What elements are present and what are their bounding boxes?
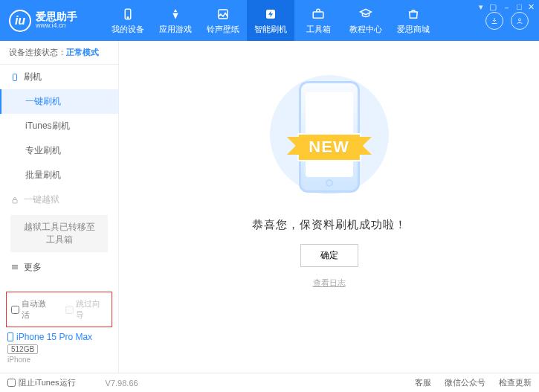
- sidebar-label: 一键越狱: [24, 193, 59, 206]
- phone-mini-icon: [7, 332, 13, 341]
- version-label: V7.98.66: [106, 379, 138, 388]
- logo[interactable]: iu 爱思助手 www.i4.cn: [0, 10, 104, 32]
- nav-label: 铃声壁纸: [207, 24, 239, 35]
- toolbox-icon: [311, 7, 326, 22]
- device-type: iPhone: [7, 356, 111, 364]
- nav-label: 智能刷机: [254, 24, 287, 35]
- skin-icon[interactable]: ▢: [489, 2, 497, 13]
- storage-badge: 512GB: [7, 344, 38, 354]
- nav-label: 工具箱: [306, 24, 331, 35]
- footer-wechat[interactable]: 微信公众号: [445, 377, 485, 388]
- lock-icon: [10, 196, 19, 205]
- block-itunes-checkbox[interactable]: 阻止iTunes运行: [7, 377, 76, 388]
- view-log-link[interactable]: 查看日志: [313, 277, 346, 289]
- nav-label: 应用游戏: [159, 24, 192, 35]
- nav-apps[interactable]: 应用游戏: [152, 0, 199, 41]
- nav-label: 爱思商城: [397, 24, 430, 35]
- shop-icon: [406, 7, 421, 22]
- nav-flash[interactable]: 智能刷机: [247, 0, 294, 41]
- sidebar-section-jailbreak: 一键越狱: [0, 187, 118, 212]
- sidebar-section-more[interactable]: 更多: [0, 255, 118, 280]
- success-illustration: NEW: [270, 68, 389, 202]
- svg-rect-4: [313, 12, 323, 18]
- skip-guide-checkbox[interactable]: 跳过向导: [65, 298, 108, 321]
- flash-icon: [263, 7, 278, 22]
- sidebar-label: 更多: [24, 261, 42, 274]
- ok-button[interactable]: 确定: [300, 244, 358, 267]
- maximize-icon[interactable]: □: [517, 2, 522, 13]
- sidebar-section-flash[interactable]: 刷机: [0, 65, 118, 89]
- nav-my-device[interactable]: 我的设备: [104, 0, 152, 41]
- sidebar-item-batch[interactable]: 批量刷机: [0, 163, 118, 187]
- footer-support[interactable]: 客服: [415, 377, 431, 388]
- close-icon[interactable]: ✕: [528, 2, 535, 13]
- nav-tutorials[interactable]: 教程中心: [342, 0, 390, 41]
- sidebar-item-other[interactable]: 其他工具: [0, 280, 118, 287]
- svg-rect-6: [13, 74, 17, 80]
- device-info[interactable]: iPhone 15 Pro Max 512GB iPhone: [6, 327, 112, 368]
- svg-rect-7: [13, 199, 17, 203]
- success-message: 恭喜您，保资料刷机成功啦！: [252, 218, 407, 232]
- sidebar-item-pro[interactable]: 专业刷机: [0, 138, 118, 163]
- auto-activate-checkbox[interactable]: 自动激活: [11, 298, 54, 321]
- logo-title: 爱思助手: [36, 11, 77, 22]
- nav-label: 我的设备: [112, 24, 144, 35]
- nav-label: 教程中心: [349, 24, 382, 35]
- download-button[interactable]: [485, 12, 503, 30]
- footer-update[interactable]: 检查更新: [499, 377, 532, 388]
- wallpaper-icon: [216, 7, 230, 22]
- sidebar-label: 刷机: [24, 71, 42, 83]
- minimize-icon[interactable]: －: [503, 2, 511, 13]
- sidebar-item-itunes[interactable]: iTunes刷机: [0, 114, 118, 138]
- nav-toolbox[interactable]: 工具箱: [294, 0, 342, 41]
- more-icon: [10, 263, 19, 271]
- device-status: 设备连接状态：正常模式: [0, 41, 118, 65]
- device-name-label: iPhone 15 Pro Max: [16, 332, 92, 342]
- flash-small-icon: [10, 73, 19, 82]
- user-button[interactable]: [511, 12, 529, 30]
- sidebar-jailbreak-note[interactable]: 越狱工具已转移至 工具箱: [10, 215, 108, 252]
- device-icon: [120, 7, 135, 22]
- new-ribbon: NEW: [297, 133, 361, 161]
- options-highlight-box: 自动激活 跳过向导: [6, 292, 112, 327]
- svg-point-1: [127, 16, 129, 18]
- tutorial-icon: [358, 7, 373, 22]
- nav-shop[interactable]: 爱思商城: [390, 0, 437, 41]
- nav-ringtones[interactable]: 铃声壁纸: [199, 0, 247, 41]
- logo-url: www.i4.cn: [36, 22, 77, 30]
- apps-icon: [168, 7, 183, 22]
- svg-point-5: [519, 19, 521, 21]
- sidebar-item-oneclick[interactable]: 一键刷机: [0, 89, 118, 114]
- logo-icon: iu: [9, 10, 31, 32]
- menu-icon[interactable]: ▾: [479, 2, 483, 13]
